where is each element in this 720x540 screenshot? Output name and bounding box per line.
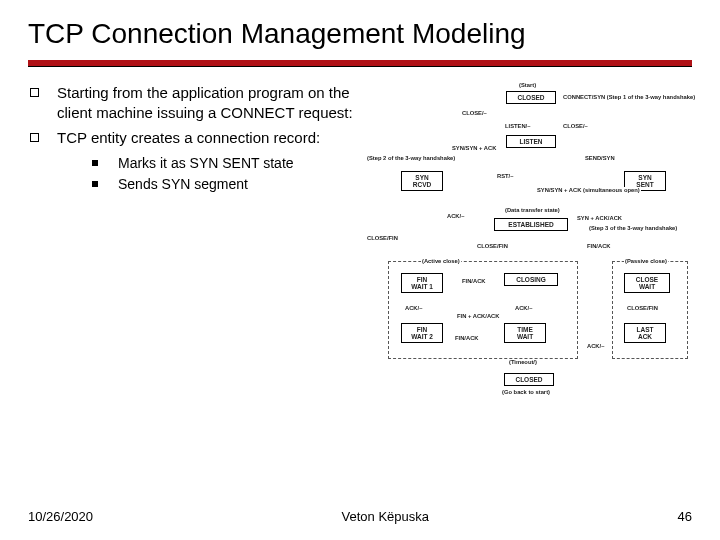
lbl-syn-ack-ack: SYN + ACK/ACK [576, 215, 623, 221]
bullet-list: Starting from the application program on… [28, 83, 358, 148]
lbl-fin-ack-ack: FIN + ACK/ACK [456, 313, 500, 319]
title-rule [28, 60, 692, 67]
lbl-send-syn: SEND/SYN [584, 155, 616, 161]
lbl-syn-syn-ack2: SYN/SYN + ACK (simultaneous open) [536, 187, 641, 193]
slide-title: TCP Connection Management Modeling [28, 18, 692, 50]
footer: 10/26/2020 Veton Këpuska 46 [28, 509, 692, 524]
lbl-listen: LISTEN/– [504, 123, 531, 129]
lbl-close-fin-r: CLOSE/FIN [626, 305, 659, 311]
lbl-fin-ack-b: FIN/ACK [454, 335, 480, 341]
lbl-close-fin-c: CLOSE/FIN [476, 243, 509, 249]
lbl-go-back: (Go back to start) [501, 389, 551, 395]
bullet-square-icon [30, 133, 39, 142]
lbl-timeout: (Timeout/) [508, 359, 538, 365]
diagram-column: CLOSED LISTEN SYN RCVD SYN SENT ESTABLIS… [366, 83, 696, 403]
lbl-close-fin-l: CLOSE/FIN [366, 235, 399, 241]
lbl-step2: (Step 2 of the 3-way handshake) [366, 155, 456, 161]
footer-page: 46 [678, 509, 692, 524]
sub-bullet-item: Sends SYN segment [62, 175, 358, 194]
state-listen: LISTEN [506, 135, 556, 148]
lbl-close-top: CLOSE/– [461, 110, 488, 116]
bullet-filled-square-icon [92, 160, 98, 166]
footer-author: Veton Këpuska [342, 509, 429, 524]
lbl-step3: (Step 3 of the 3-way handshake) [588, 225, 678, 231]
lbl-close-l: CLOSE/– [562, 123, 589, 129]
lbl-ack2: ACK/– [404, 305, 423, 311]
bullet-square-icon [30, 88, 39, 97]
sub-bullet-text: Marks it as SYN SENT state [118, 154, 294, 173]
lbl-fin-ack-r: FIN/ACK [586, 243, 612, 249]
lbl-ack4: ACK/– [586, 343, 605, 349]
lbl-passive-close: (Passive close) [624, 258, 668, 264]
bullet-text: TCP entity creates a connection record: [57, 128, 320, 148]
bullet-item: Starting from the application program on… [28, 83, 358, 124]
sub-bullet-list: Marks it as SYN SENT state Sends SYN seg… [62, 154, 358, 194]
sub-bullet-text: Sends SYN segment [118, 175, 248, 194]
lbl-ack3: ACK/– [514, 305, 533, 311]
bullet-filled-square-icon [92, 181, 98, 187]
lbl-start: (Start) [518, 82, 537, 88]
footer-date: 10/26/2020 [28, 509, 93, 524]
lbl-active-close: (Active close) [421, 258, 461, 264]
content-area: Starting from the application program on… [28, 83, 692, 403]
lbl-syn-syn-ack: SYN/SYN + ACK [451, 145, 497, 151]
state-syn-rcvd: SYN RCVD [401, 171, 443, 191]
bullet-item: TCP entity creates a connection record: [28, 128, 358, 148]
bullet-text: Starting from the application program on… [57, 83, 358, 124]
text-column: Starting from the application program on… [28, 83, 358, 403]
state-closed-bottom: CLOSED [504, 373, 554, 386]
lbl-connect-syn: CONNECT/SYN (Step 1 of the 3-way handsha… [562, 94, 696, 100]
lbl-ack: ACK/– [446, 213, 465, 219]
lbl-data-transfer: (Data transfer state) [504, 207, 561, 213]
tcp-state-diagram: CLOSED LISTEN SYN RCVD SYN SENT ESTABLIS… [366, 83, 696, 403]
lbl-rst: RST/– [496, 173, 514, 179]
lbl-fin-ack-c: FIN/ACK [461, 278, 487, 284]
state-closed-top: CLOSED [506, 91, 556, 104]
sub-bullet-item: Marks it as SYN SENT state [62, 154, 358, 173]
state-established: ESTABLISHED [494, 218, 568, 231]
